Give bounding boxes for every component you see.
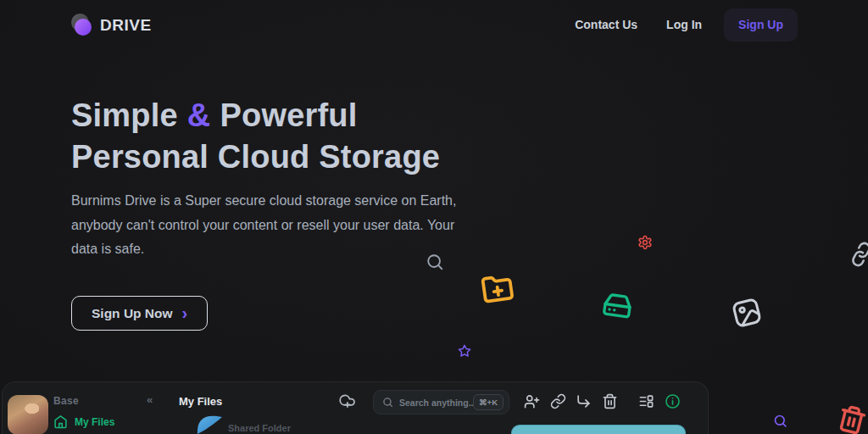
nav-links: Contact Us Log In Sign Up: [575, 0, 798, 49]
logo-text: DRIVE: [100, 16, 152, 35]
shared-folder-label: Shared Folder: [228, 423, 291, 433]
sidebar-item-label: My Files: [75, 416, 114, 428]
trash-icon: [834, 402, 868, 434]
layout-toggle-button[interactable]: [638, 393, 654, 409]
search-bar[interactable]: ⌘+K: [373, 390, 509, 415]
sidebar-item-my-files[interactable]: My Files: [53, 415, 114, 429]
hero-description: Burnims Drive is a Super secure cloud st…: [71, 189, 468, 262]
search-icon-small: [382, 397, 393, 408]
nav-signup-button[interactable]: Sign Up: [724, 8, 798, 42]
nav-contact-us-link[interactable]: Contact Us: [575, 18, 637, 31]
gear-icon: [637, 235, 653, 250]
logo[interactable]: DRIVE: [71, 14, 152, 36]
home-icon: [53, 415, 68, 429]
star-icon: [458, 344, 471, 358]
signup-now-button[interactable]: Sign Up Now ›: [71, 296, 208, 331]
link-icon: [846, 239, 868, 269]
app-preview-window: Base « My Files My Files ⌘+K: [2, 381, 709, 434]
hero-title-part1: Simple: [71, 97, 178, 133]
search-small-icon: [773, 414, 787, 428]
shared-folder-icon: [196, 411, 225, 434]
user-avatar[interactable]: [8, 395, 48, 434]
folder-plus-icon: [480, 271, 516, 308]
image-icon: [728, 294, 765, 331]
page-title: My Files: [179, 395, 222, 408]
keyboard-shortcut-badge: ⌘+K: [473, 394, 504, 410]
add-user-button[interactable]: [524, 393, 540, 409]
teal-card[interactable]: [511, 425, 686, 434]
hard-drive-icon: [601, 289, 635, 323]
copy-link-button[interactable]: [550, 393, 566, 409]
cloud-upload-icon[interactable]: [338, 392, 356, 410]
delete-button[interactable]: [602, 393, 618, 409]
hero-title-part2: Powerful: [220, 97, 357, 133]
move-to-button[interactable]: [576, 393, 592, 409]
hero-title-line2: Personal Cloud Storage: [71, 139, 440, 175]
search-icon: [426, 253, 444, 271]
nav-login-link[interactable]: Log In: [666, 18, 702, 31]
hero-title: Simple&Powerful Personal Cloud Storage: [71, 95, 440, 178]
signup-now-label: Sign Up Now: [92, 306, 173, 321]
info-button[interactable]: [665, 393, 681, 409]
hero-title-ampersand: &: [187, 97, 211, 133]
top-navigation-bar: DRIVE Contact Us Log In Sign Up: [0, 0, 868, 49]
sidebar-collapse-button[interactable]: «: [147, 393, 153, 406]
search-input[interactable]: [399, 398, 473, 408]
workspace-label: Base: [53, 395, 79, 407]
chevron-right-icon: ›: [182, 304, 188, 321]
drive-logo-icon: [71, 14, 94, 36]
